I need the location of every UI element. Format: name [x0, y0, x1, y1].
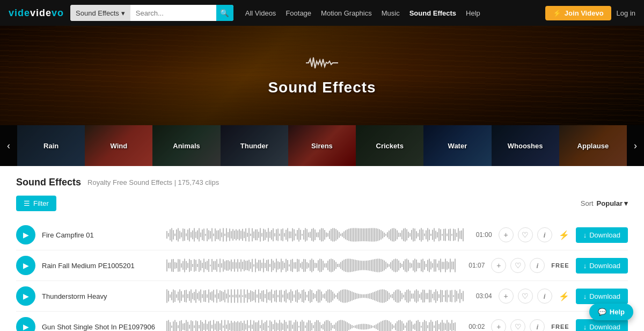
waveform-canvas — [166, 258, 457, 273]
search-button[interactable]: 🔍 — [216, 5, 233, 21]
nav-footage[interactable]: Footage — [286, 9, 311, 17]
category-label: Water — [423, 125, 491, 166]
chevron-down-icon: ▾ — [121, 9, 125, 17]
lightning-icon: ⚡ — [553, 9, 561, 17]
nav-help[interactable]: Help — [466, 9, 480, 17]
play-icon: ▶ — [23, 292, 29, 300]
filter-icon: ☰ — [24, 199, 30, 207]
hero-title: Sound Effects — [268, 79, 376, 96]
add-to-collection-button[interactable]: + — [491, 258, 506, 273]
category-item-water[interactable]: Water — [423, 125, 491, 166]
add-to-collection-button[interactable]: + — [499, 227, 514, 242]
sound-name: Fire Campfire 01 — [42, 231, 160, 239]
play-icon: ▶ — [23, 322, 29, 331]
info-button[interactable]: i — [537, 289, 552, 304]
category-label: Applause — [559, 125, 627, 166]
play-button[interactable]: ▶ — [16, 225, 35, 244]
chat-widget[interactable]: 💬 Help — [589, 304, 633, 320]
play-button[interactable]: ▶ — [16, 317, 35, 331]
login-link[interactable]: Log in — [617, 9, 635, 17]
category-item-applause[interactable]: Applause — [559, 125, 627, 166]
filter-button[interactable]: ☰ Filter — [16, 196, 56, 211]
nav-sound-effects[interactable]: Sound Effects — [409, 9, 456, 17]
download-icon: ↓ — [583, 323, 587, 331]
lightning-icon: ⚡ — [559, 230, 569, 240]
favorite-button[interactable]: ♡ — [518, 227, 533, 242]
play-icon: ▶ — [23, 261, 29, 270]
info-button[interactable]: i — [530, 319, 545, 331]
search-dropdown[interactable]: Sound Effects ▾ — [70, 5, 130, 21]
download-button[interactable]: ↓ Download — [576, 258, 628, 274]
lightning-icon: ⚡ — [559, 291, 569, 301]
chat-label: Help — [610, 308, 625, 316]
nav-all-videos[interactable]: All Videos — [245, 9, 276, 17]
waveform[interactable] — [166, 286, 464, 306]
waveform[interactable] — [166, 317, 457, 331]
waveform[interactable] — [166, 256, 457, 275]
category-label: Animals — [152, 125, 220, 166]
hero-icon — [268, 55, 376, 75]
category-item-crickets[interactable]: Crickets — [356, 125, 423, 166]
sound-name: Rain Fall Medium PE1005201 — [42, 262, 160, 270]
nav-music[interactable]: Music — [382, 9, 400, 17]
download-label: Download — [589, 231, 620, 239]
sound-duration: 01:00 — [471, 231, 492, 239]
category-label: Whooshes — [492, 125, 559, 166]
download-button[interactable]: ↓ Download — [576, 319, 628, 332]
sort-value-text: Popular — [597, 199, 623, 207]
category-item-rain[interactable]: Rain — [17, 125, 85, 166]
category-item-sirens[interactable]: Sirens — [288, 125, 356, 166]
download-button[interactable]: ↓ Download — [576, 289, 628, 304]
search-dropdown-label: Sound Effects — [76, 9, 119, 17]
category-item-whooshes[interactable]: Whooshes — [492, 125, 559, 166]
category-item-wind[interactable]: Wind — [85, 125, 152, 166]
category-prev-button[interactable]: ‹ — [0, 125, 17, 166]
add-to-collection-button[interactable]: + — [491, 319, 506, 331]
category-next-button[interactable]: › — [627, 125, 644, 166]
search-input[interactable] — [130, 5, 216, 21]
download-label: Download — [589, 323, 620, 331]
category-item-thunder[interactable]: Thunder — [221, 125, 288, 166]
main-content: Sound Effects Royalty Free Sound Effects… — [0, 166, 644, 331]
waveform-canvas — [166, 289, 464, 304]
download-label: Download — [589, 262, 620, 270]
favorite-button[interactable]: ♡ — [518, 289, 533, 304]
search-icon: 🔍 — [220, 9, 229, 17]
download-icon: ↓ — [583, 231, 587, 239]
sound-name: Thunderstorm Heavy — [42, 292, 160, 300]
sound-duration: 03:04 — [471, 292, 492, 300]
section-subtitle: Royalty Free Sound Effects | 175,743 cli… — [87, 178, 219, 186]
hero-content: Sound Effects — [268, 55, 376, 96]
sort-value[interactable]: Popular ▾ — [597, 199, 628, 207]
favorite-button[interactable]: ♡ — [510, 319, 525, 331]
sound-duration: 00:02 — [463, 323, 485, 330]
navbar: videvidevovidevo Sound Effects ▾ 🔍 All V… — [0, 0, 644, 26]
play-button[interactable]: ▶ — [16, 256, 35, 275]
download-button[interactable]: ↓ Download — [576, 227, 628, 243]
add-to-collection-button[interactable]: + — [499, 289, 514, 304]
nav-right: ⚡ Join Videvo Log in — [545, 6, 635, 20]
join-button[interactable]: ⚡ Join Videvo — [545, 6, 611, 20]
sound-row: ▶ Rain Fall Medium PE1005201 01:07 + ♡ i… — [16, 250, 628, 281]
category-item-animals[interactable]: Animals — [152, 125, 220, 166]
sound-row: ▶ Fire Campfire 01 01:00 + ♡ i ⚡ ↓ Downl… — [16, 220, 628, 250]
info-button[interactable]: i — [530, 258, 545, 273]
sound-list: ▶ Fire Campfire 01 01:00 + ♡ i ⚡ ↓ Downl… — [16, 220, 628, 331]
category-list: Rain Wind Animals Thunder Sirens Cricket… — [17, 125, 627, 166]
sort-control: Sort Popular ▾ — [581, 199, 628, 207]
sound-row: ▶ Thunderstorm Heavy 03:04 + ♡ i ⚡ ↓ Dow… — [16, 281, 628, 312]
sound-actions: + ♡ i — [491, 258, 545, 273]
section-header: Sound Effects Royalty Free Sound Effects… — [16, 177, 628, 188]
nav-motion-graphics[interactable]: Motion Graphics — [321, 9, 372, 17]
download-icon: ↓ — [583, 292, 587, 300]
filter-bar: ☰ Filter Sort Popular ▾ — [16, 196, 628, 211]
play-button[interactable]: ▶ — [16, 286, 35, 306]
waveform[interactable] — [166, 225, 464, 244]
favorite-button[interactable]: ♡ — [510, 258, 525, 273]
filter-label: Filter — [33, 199, 49, 207]
chat-icon: 💬 — [598, 308, 606, 316]
logo[interactable]: videvidevovidevo — [9, 8, 64, 19]
info-button[interactable]: i — [537, 227, 552, 242]
category-label: Thunder — [221, 125, 288, 166]
sound-actions: + ♡ i — [491, 319, 545, 331]
